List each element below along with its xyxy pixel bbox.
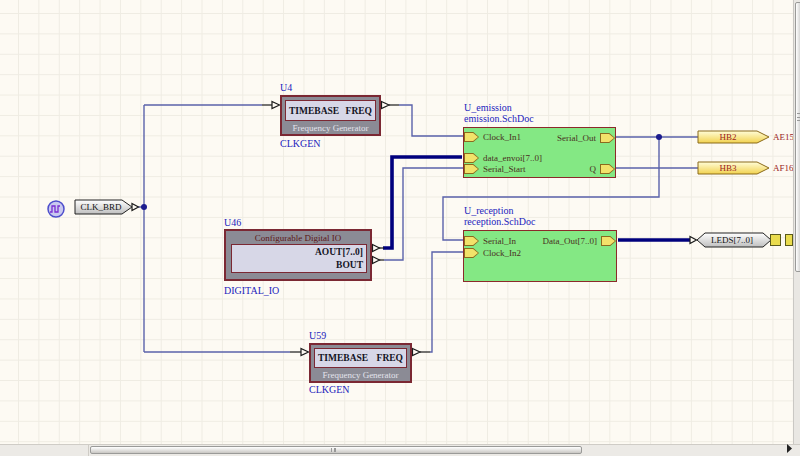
u59-comment[interactable]: CLKGEN [309, 385, 350, 395]
sheet-entry-serial-in[interactable] [464, 236, 479, 246]
port-hb3-label[interactable]: HB3 [698, 161, 758, 175]
horizontal-scrollbar-thumb[interactable] [90, 446, 582, 454]
port-hb2-label[interactable]: HB2 [698, 130, 758, 144]
junction-dot [656, 134, 662, 140]
pin-arrow-icon [373, 245, 380, 252]
u59-subtitle: Frequency Generator [311, 370, 410, 380]
sheet-entry-data-envoi[interactable] [464, 153, 479, 163]
emission-designator[interactable]: U_emission [464, 103, 512, 113]
wire-u4-to-clockin1[interactable] [399, 105, 463, 136]
port-clk-brd-label[interactable]: CLK_BRD [76, 200, 126, 214]
u4-pin-freq: FREQ [346, 106, 372, 116]
clock-waveform-icon[interactable] [48, 201, 64, 217]
sheet-entry-clock-in1[interactable] [464, 132, 479, 142]
sheet-entry-serial-start[interactable] [464, 164, 479, 174]
reception-filename[interactable]: reception.SchDoc [464, 217, 535, 227]
reception-designator[interactable]: U_reception [464, 206, 513, 216]
entry-label-serial-in: Serial_In [483, 236, 516, 246]
u59-pin-freq: FREQ [377, 353, 403, 363]
pin-arrow-icon [272, 102, 280, 109]
u46-block[interactable]: Configurable Digital IO AOUT[7..0] BOUT [224, 229, 372, 281]
u4-subtitle: Frequency Generator [282, 123, 379, 133]
emission-filename[interactable]: emission.SchDoc [464, 114, 534, 124]
u46-pin-aout: AOUT[7..0] [315, 247, 363, 257]
pin-arrow-icon [373, 257, 380, 264]
entry-label-q: Q [590, 164, 597, 174]
entry-label-clock-in2: Clock_In2 [483, 248, 521, 258]
entry-label-data-envoi: data_envoi[7..0] [483, 153, 542, 163]
u4-designator[interactable]: U4 [280, 83, 292, 93]
u4-pin-timebase: TIMEBASE [289, 106, 339, 116]
u46-header: Configurable Digital IO [226, 233, 370, 243]
emission-sheet-symbol[interactable]: Clock_In1 data_envoi[7..0] Serial_Start … [463, 127, 616, 178]
port-leds-label[interactable]: LEDS[7..0] [700, 233, 764, 247]
port-hb2-net-label[interactable]: AE15 [773, 131, 794, 143]
bus-aout-dataenvoi[interactable] [383, 157, 462, 248]
scrollbar-grip-icon [797, 113, 800, 121]
entry-label-clock-in1: Clock_In1 [483, 132, 521, 142]
pin-arrow-icon [301, 349, 309, 356]
sheet-entry-q[interactable] [600, 164, 615, 174]
schematic-canvas[interactable]: U4 TIMEBASE FREQ Frequency Generator CLK… [0, 0, 800, 456]
port-hb3-net-label[interactable]: AF16 [773, 162, 794, 174]
reception-sheet-symbol[interactable]: Serial_In Clock_In2 Data_Out[7..0] [463, 230, 617, 282]
wiring-layer [0, 0, 800, 456]
pin-arrow-icon [413, 349, 421, 356]
u4-comment[interactable]: CLKGEN [280, 139, 321, 149]
junction-dot [141, 204, 147, 210]
sheet-entry-serial-out[interactable] [600, 133, 615, 143]
pin-arrow-icon [132, 204, 139, 211]
u59-pin-timebase: TIMEBASE [318, 353, 368, 363]
sheet-entry-data-out[interactable] [601, 236, 616, 246]
u59-block[interactable]: TIMEBASE FREQ Frequency Generator [309, 343, 412, 383]
u46-pin-bout: BOUT [336, 260, 363, 270]
u46-comment[interactable]: DIGITAL_IO [224, 286, 279, 296]
entry-label-serial-start: Serial_Start [483, 164, 526, 174]
wire-u59-to-clockin2[interactable] [430, 252, 463, 352]
u46-designator[interactable]: U46 [224, 218, 241, 228]
vertical-scrollbar[interactable] [793, 0, 800, 444]
sheet-entry-clock-in2[interactable] [464, 248, 479, 258]
wire-bout-serialstart[interactable] [384, 168, 463, 260]
partial-pad [785, 234, 793, 246]
entry-label-data-out: Data_Out[7..0] [543, 236, 597, 246]
vertical-scrollbar-thumb[interactable] [795, 2, 800, 272]
scrollbar-grip-icon [331, 448, 336, 452]
pin-arrow-icon [382, 102, 390, 109]
u4-block[interactable]: TIMEBASE FREQ Frequency Generator [280, 95, 381, 136]
partial-pad [770, 234, 781, 246]
u59-designator[interactable]: U59 [309, 331, 326, 341]
pin-arrow-icon [690, 237, 697, 244]
scrollbar-divider [88, 444, 89, 456]
entry-label-serial-out: Serial_Out [557, 133, 596, 143]
